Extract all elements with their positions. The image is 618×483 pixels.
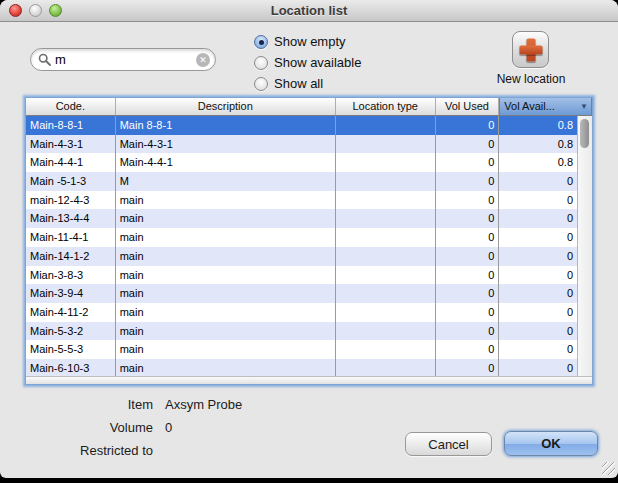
cell-location-type bbox=[336, 284, 436, 303]
cell-vol-avail: 0 bbox=[499, 322, 577, 341]
cell-location-type bbox=[336, 172, 436, 191]
location-table: Code.DescriptionLocation typeVol UsedVol… bbox=[25, 97, 593, 385]
cell-code: Main -5-1-3 bbox=[26, 172, 116, 191]
cell-description: main bbox=[116, 266, 336, 285]
table-row[interactable]: Main-4-4-1Main-4-4-100.8 bbox=[26, 153, 577, 172]
column-header-code[interactable]: Code. bbox=[26, 98, 116, 115]
table-row[interactable]: Main-8-8-1Main 8-8-100.8 bbox=[26, 116, 577, 135]
column-header-vol-avail[interactable]: Vol Avail...▼ bbox=[499, 98, 592, 115]
table-row[interactable]: Main-4-3-1Main-4-3-100.8 bbox=[26, 135, 577, 154]
detail-value: Axsym Probe bbox=[165, 397, 242, 412]
new-location-button[interactable] bbox=[512, 31, 549, 68]
cell-location-type bbox=[336, 359, 436, 376]
column-header-label: Description bbox=[198, 100, 253, 112]
table-row[interactable]: Main-4-11-2main00 bbox=[26, 303, 577, 322]
radio-show-empty[interactable]: Show empty bbox=[254, 31, 361, 52]
table-row[interactable]: Main-11-4-1main00 bbox=[26, 228, 577, 247]
title-bar[interactable]: Location list bbox=[0, 0, 618, 22]
radio-show-all[interactable]: Show all bbox=[254, 73, 361, 94]
column-header-description[interactable]: Description bbox=[116, 98, 336, 115]
cell-code: Main-13-4-4 bbox=[26, 209, 116, 228]
cancel-button[interactable]: Cancel bbox=[405, 432, 492, 456]
radio-label: Show all bbox=[274, 76, 323, 91]
cell-description: main bbox=[116, 228, 336, 247]
table-row[interactable]: Main-3-9-4main00 bbox=[26, 284, 577, 303]
new-location-label: New location bbox=[486, 72, 576, 86]
table-row[interactable]: Main-13-4-4main00 bbox=[26, 209, 577, 228]
cell-vol-used: 0 bbox=[436, 266, 500, 285]
cell-vol-used: 0 bbox=[436, 359, 500, 376]
search-field[interactable]: ✕ bbox=[30, 48, 216, 71]
cell-description: main bbox=[116, 209, 336, 228]
cell-vol-used: 0 bbox=[436, 153, 500, 172]
table-row[interactable]: Main-5-3-2main00 bbox=[26, 322, 577, 341]
cell-code: Main-6-10-3 bbox=[26, 359, 116, 376]
cell-location-type bbox=[336, 340, 436, 359]
cell-location-type bbox=[336, 228, 436, 247]
column-header-label: Location type bbox=[353, 100, 418, 112]
column-header-vol-used[interactable]: Vol Used bbox=[436, 98, 500, 115]
cell-vol-avail: 0 bbox=[499, 266, 577, 285]
cell-vol-avail: 0 bbox=[499, 340, 577, 359]
cell-description: main bbox=[116, 191, 336, 210]
ok-button[interactable]: OK bbox=[504, 431, 598, 456]
detail-row: Volume0 bbox=[55, 420, 242, 443]
plus-icon bbox=[519, 38, 542, 61]
cell-code: Main-3-9-4 bbox=[26, 284, 116, 303]
search-icon bbox=[38, 53, 51, 66]
cell-vol-avail: 0.8 bbox=[499, 135, 577, 154]
table-row[interactable]: Main-14-1-2main00 bbox=[26, 247, 577, 266]
detail-row: Restricted to bbox=[55, 443, 242, 466]
table-row[interactable]: Main-5-5-3main00 bbox=[26, 340, 577, 359]
cell-location-type bbox=[336, 266, 436, 285]
cell-description: Main-4-4-1 bbox=[116, 153, 336, 172]
cell-location-type bbox=[336, 247, 436, 266]
cell-vol-used: 0 bbox=[436, 135, 500, 154]
cell-vol-avail: 0.8 bbox=[499, 116, 577, 135]
cell-vol-used: 0 bbox=[436, 284, 500, 303]
table-row[interactable]: main-12-4-3main00 bbox=[26, 191, 577, 210]
cell-vol-avail: 0 bbox=[499, 209, 577, 228]
location-list-window: Location list ✕ Show emptyShow available… bbox=[0, 0, 618, 478]
cell-location-type bbox=[336, 135, 436, 154]
table-row[interactable]: Main-6-10-3main00 bbox=[26, 359, 577, 376]
cell-location-type bbox=[336, 153, 436, 172]
cell-location-type bbox=[336, 322, 436, 341]
sort-desc-icon: ▼ bbox=[580, 98, 591, 115]
table-row[interactable]: Mian-3-8-3main00 bbox=[26, 266, 577, 285]
cell-description: main bbox=[116, 247, 336, 266]
cell-vol-used: 0 bbox=[436, 303, 500, 322]
cell-location-type bbox=[336, 191, 436, 210]
radio-icon bbox=[254, 56, 268, 70]
radio-show-available[interactable]: Show available bbox=[254, 52, 361, 73]
cell-code: Main-4-3-1 bbox=[26, 135, 116, 154]
cell-description: main bbox=[116, 322, 336, 341]
cell-code: Main-4-4-1 bbox=[26, 153, 116, 172]
scrollbar-thumb[interactable] bbox=[580, 119, 589, 148]
detail-label: Restricted to bbox=[55, 443, 165, 458]
cell-code: Main-4-11-2 bbox=[26, 303, 116, 322]
cell-vol-used: 0 bbox=[436, 116, 500, 135]
column-header-label: Vol Used bbox=[445, 100, 489, 112]
clear-search-icon[interactable]: ✕ bbox=[196, 53, 210, 67]
radio-dot-icon bbox=[259, 40, 264, 45]
cell-vol-avail: 0 bbox=[499, 228, 577, 247]
radio-icon bbox=[254, 35, 268, 49]
cell-description: main bbox=[116, 303, 336, 322]
selection-details: ItemAxsym ProbeVolume0Restricted to bbox=[55, 397, 242, 466]
cell-vol-used: 0 bbox=[436, 228, 500, 247]
detail-label: Item bbox=[55, 397, 165, 412]
radio-label: Show empty bbox=[274, 34, 346, 49]
cell-code: Main-5-5-3 bbox=[26, 340, 116, 359]
table-row[interactable]: Main -5-1-3M00 bbox=[26, 172, 577, 191]
resize-grip-icon[interactable] bbox=[602, 462, 615, 475]
cell-code: Mian-3-8-3 bbox=[26, 266, 116, 285]
cell-vol-avail: 0 bbox=[499, 191, 577, 210]
cell-vol-avail: 0 bbox=[499, 303, 577, 322]
vertical-scrollbar[interactable] bbox=[577, 116, 592, 376]
cell-location-type bbox=[336, 209, 436, 228]
cell-vol-used: 0 bbox=[436, 340, 500, 359]
column-header-location-type[interactable]: Location type bbox=[336, 98, 436, 115]
cell-description: Main 8-8-1 bbox=[116, 116, 336, 135]
search-input[interactable] bbox=[55, 52, 196, 67]
